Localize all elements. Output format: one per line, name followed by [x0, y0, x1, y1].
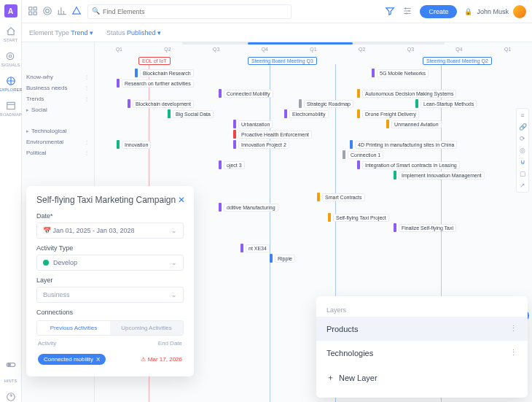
gantt-bar[interactable]: Blockchain development — [128, 99, 194, 108]
svg-rect-9 — [29, 12, 32, 15]
rail-help[interactable] — [6, 392, 16, 402]
tool-target-icon[interactable]: ◎ — [520, 147, 525, 154]
col-end: End Date — [158, 340, 182, 347]
chart-icon[interactable] — [57, 6, 67, 18]
activity-dot — [43, 260, 49, 266]
gantt-bar[interactable]: 5G Mobile Networks — [372, 69, 429, 77]
triangle-icon[interactable] — [71, 6, 82, 18]
gantt-bar[interactable]: Connection 1 — [343, 150, 383, 159]
cat-tech[interactable]: ▸Technological — [25, 125, 91, 136]
gantt-bar[interactable]: Autonomous Decision Making Systems — [357, 89, 456, 98]
layers-popover: Layers Products⋮ Technologies⋮ ＋New Laye… — [316, 296, 528, 398]
layer-products[interactable]: Products⋮ — [316, 317, 528, 341]
gantt-bar[interactable]: Big Social Data — [168, 109, 214, 118]
cat-social[interactable]: ▸Social — [25, 104, 91, 115]
rail-signals[interactable]: SIGNALS — [1, 51, 20, 67]
gantt-bar[interactable]: Blockchain Research — [135, 69, 194, 77]
tool-layers-icon[interactable]: ≡ — [520, 112, 524, 119]
left-rail: A START SIGNALS EXPLORER ROADMAP HINTS — [0, 0, 22, 402]
cat-political[interactable]: Political⋮ — [25, 147, 91, 158]
more-icon[interactable]: ⋮ — [509, 324, 517, 333]
marker-sb1[interactable]: Steering Board Meeting Q3 — [248, 57, 317, 65]
cat-business[interactable]: Business needs⋮ — [25, 82, 91, 93]
tool-underline-icon[interactable]: ⊍ — [520, 158, 525, 166]
gantt-bar[interactable]: Lean-Startup Methods — [415, 99, 477, 108]
gantt-bar[interactable]: Electromobility — [284, 109, 329, 118]
gantt-bar[interactable]: Ripple — [270, 254, 295, 263]
chevron-down-icon: ⌄ — [171, 227, 177, 234]
cat-env[interactable]: Environmental⋮ — [25, 136, 91, 147]
col-activity: Activity — [38, 340, 56, 347]
gantt-bar[interactable]: nt XE34 — [240, 244, 270, 252]
gantt-bar[interactable]: Connected Mobility — [219, 89, 273, 98]
gantt-bar[interactable]: oject 3 — [219, 161, 245, 169]
edit-modal: ✕ Self-flying Taxi Marketing Campaign Da… — [26, 186, 194, 376]
gantt-bar[interactable]: Innovation — [117, 140, 151, 149]
svg-rect-3 — [7, 102, 15, 109]
tool-link-icon[interactable]: 🔗 — [519, 123, 527, 131]
gantt-bar[interactable]: 4D Printing in manufacturing sites in Ch… — [350, 140, 457, 149]
gantt-bar[interactable]: Research on further activities — [117, 79, 194, 88]
svg-point-11 — [44, 7, 52, 15]
svg-rect-8 — [34, 7, 36, 9]
quarter-header: Q1Q2Q3Q4Q1Q2Q3Q4Q1 — [95, 42, 532, 54]
tool-palette: ≡ 🔗 ⟳ ◎ ⊍ ▢ ↗ — [516, 108, 529, 193]
chip-remove[interactable]: X — [96, 356, 100, 363]
gantt-bar[interactable]: Integration of Smart contracts in Leasin… — [357, 161, 460, 169]
gantt-bar[interactable]: Smart Contracts — [317, 193, 365, 201]
layer-label: Layer — [36, 277, 184, 284]
cat-knowwhy[interactable]: Know-why⋮ — [25, 71, 91, 82]
cat-trends[interactable]: Trends⋮ — [25, 93, 91, 104]
filter-icon[interactable] — [385, 6, 395, 18]
gantt-bar[interactable]: Drone Freight Delivery — [357, 109, 419, 118]
tool-refresh-icon[interactable]: ⟳ — [520, 135, 525, 142]
avatar — [513, 5, 526, 18]
new-layer-button[interactable]: ＋New Layer — [316, 365, 528, 390]
gantt-bar[interactable]: Implement Innovation Management — [394, 171, 485, 179]
more-icon[interactable]: ⋮ — [509, 348, 517, 357]
svg-point-5 — [7, 363, 9, 366]
rail-roadmap[interactable]: ROADMAP — [0, 101, 22, 117]
gantt-bar[interactable]: dditive Manufacturing — [219, 203, 278, 212]
gantt-bar[interactable]: Innovation Project 2 — [233, 140, 289, 149]
svg-rect-10 — [34, 12, 36, 15]
gantt-bar[interactable]: Proactive Health Enforcement — [233, 130, 312, 139]
rail-toggle[interactable] — [6, 360, 16, 370]
tab-upcoming[interactable]: Upcoming Activities — [110, 321, 183, 335]
app-logo[interactable]: A — [4, 4, 17, 18]
svg-point-0 — [9, 55, 12, 58]
tool-square-icon[interactable]: ▢ — [520, 170, 526, 177]
filter-status[interactable]: Published ▾ — [127, 29, 161, 36]
date-field[interactable]: 📅 Jan 01, 2025 - Jan 03, 2028⌄ — [36, 223, 184, 239]
lock-icon: 🔒 — [464, 8, 472, 15]
marker-eol[interactable]: EOL of IoT — [138, 57, 171, 65]
filter-bar: Element Type Trend ▾ Status Published ▾ — [22, 23, 532, 42]
gantt-bar[interactable]: Unmanned Aviation — [386, 120, 442, 128]
create-button[interactable]: Create — [420, 5, 457, 18]
gantt-bar[interactable]: Urbanization — [233, 120, 273, 128]
layer-field[interactable]: Business⌄ — [36, 287, 184, 303]
user-menu[interactable]: 🔒 John Musk — [464, 5, 526, 18]
sliders-icon[interactable] — [402, 6, 412, 18]
close-icon[interactable]: ✕ — [178, 195, 185, 205]
plus-icon: ＋ — [326, 372, 335, 383]
rail-hints[interactable]: HINTS — [4, 379, 17, 383]
grid-icon[interactable] — [28, 6, 38, 18]
filter-type[interactable]: Trend ▾ — [71, 29, 93, 36]
search-input[interactable]: 🔍 — [87, 4, 292, 19]
gantt-bar[interactable]: Self-flying Taxi Project — [328, 213, 389, 222]
date-label: Date* — [36, 212, 184, 220]
target-icon[interactable] — [42, 6, 52, 18]
gantt-bar[interactable]: Finalize Self-flying Taxi — [394, 223, 456, 232]
marker-sb2[interactable]: Steering Board Meeting Q2 — [423, 57, 492, 65]
layer-technologies[interactable]: Technologies⋮ — [316, 341, 528, 365]
activity-field[interactable]: Develop⌄ — [36, 255, 184, 271]
gantt-bar[interactable]: Strategic Roadmap — [299, 99, 353, 108]
modal-title: Self-flying Taxi Marketing Campaign — [36, 195, 184, 205]
rail-start[interactable]: START — [4, 26, 17, 42]
svg-point-1 — [7, 53, 14, 59]
tab-previous[interactable]: Previous Activities — [37, 321, 110, 335]
connection-chip[interactable]: Connected mobilityX — [38, 354, 106, 365]
tool-arrow-icon[interactable]: ↗ — [520, 182, 525, 189]
rail-explorer[interactable]: EXPLORER — [0, 76, 23, 92]
